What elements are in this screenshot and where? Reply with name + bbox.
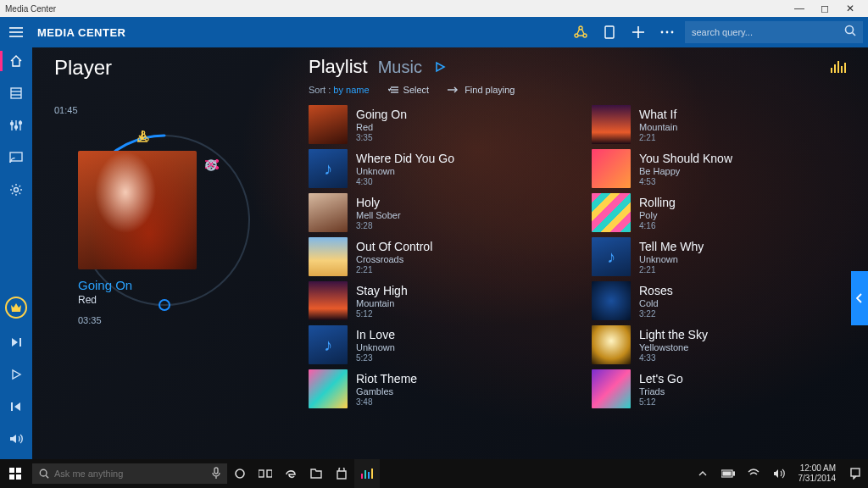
taskbar-time: 12:00 AM — [798, 463, 837, 474]
track-meta: HolyMell Sober3:28 — [356, 196, 401, 230]
sidebar-prev[interactable] — [0, 393, 32, 420]
track-artist: Mountain — [639, 122, 677, 132]
track-meta: Tell Me WhyUnknown2:21 — [639, 240, 704, 274]
player-pane: Player 01:45 as — [54, 56, 309, 454]
svg-rect-57 — [733, 472, 735, 475]
sidebar-play[interactable] — [0, 361, 32, 388]
notifications-icon[interactable] — [843, 459, 868, 488]
track-duration: 4:33 — [639, 353, 708, 363]
player-heading: Player — [54, 56, 309, 80]
track-row[interactable]: You Should KnowBe Happy4:53 — [592, 147, 851, 190]
window-minimize-button[interactable]: — — [787, 3, 812, 14]
track-title: Roses — [639, 284, 673, 297]
svg-rect-51 — [267, 470, 272, 477]
track-artist: Triads — [639, 386, 683, 396]
track-row[interactable]: HolyMell Sober3:28 — [309, 191, 568, 234]
app-brand: MEDIA CENTER — [37, 26, 125, 39]
now-playing-title: Going On — [78, 278, 132, 292]
track-row[interactable]: Riot ThemeGambles3:48 — [309, 368, 568, 410]
app-root: MEDIA CENTER — [0, 17, 868, 459]
svg-rect-34 — [834, 64, 836, 73]
select-button[interactable]: Select — [388, 85, 430, 95]
wifi-icon[interactable] — [741, 459, 766, 488]
sidebar-premium-badge[interactable] — [5, 297, 27, 319]
window-maximize-button[interactable]: ◻ — [812, 3, 837, 14]
add-icon[interactable] — [624, 17, 653, 47]
sidebar-equalizer[interactable] — [0, 112, 32, 139]
search-icon[interactable] — [844, 25, 856, 40]
battery-icon[interactable] — [715, 459, 741, 488]
cortana-icon[interactable] — [227, 459, 253, 488]
more-icon[interactable] — [653, 17, 682, 47]
track-artist: Mountain — [356, 298, 408, 308]
track-duration: 4:16 — [639, 221, 676, 230]
track-row[interactable]: Tell Me WhyUnknown2:21 — [592, 236, 851, 278]
svg-point-20 — [11, 123, 14, 125]
track-duration: 3:35 — [356, 133, 407, 142]
playlist-subheading: Music — [378, 58, 422, 77]
track-artist: Cold — [639, 298, 673, 308]
start-button[interactable] — [0, 459, 31, 488]
track-row[interactable]: RosesCold3:22 — [592, 280, 851, 322]
track-meta: You Should KnowBe Happy4:53 — [639, 152, 732, 186]
share-icon[interactable] — [566, 17, 595, 47]
sidebar-home[interactable] — [0, 47, 32, 75]
search-box[interactable] — [685, 21, 863, 43]
track-artist: Gambles — [356, 386, 417, 396]
track-title: Light the Sky — [639, 328, 708, 341]
svg-point-21 — [15, 126, 18, 129]
track-row[interactable]: RollingPoly4:16 — [592, 191, 851, 234]
track-row[interactable]: Light the SkyYellowstone4:33 — [592, 324, 851, 366]
track-row[interactable]: In LoveUnknown5:23 — [309, 324, 568, 366]
sidebar-volume[interactable] — [0, 425, 32, 452]
svg-point-11 — [671, 31, 674, 34]
edge-icon[interactable] — [278, 459, 303, 488]
track-thumb — [309, 325, 348, 364]
track-meta: In LoveUnknown5:23 — [356, 328, 395, 363]
playlist-header: Playlist Music — [309, 56, 851, 78]
svg-rect-52 — [361, 474, 363, 479]
track-row[interactable]: Going OnRed3:35 — [309, 103, 568, 146]
sort-value[interactable]: by name — [333, 85, 369, 95]
store-icon[interactable] — [329, 459, 354, 488]
track-title: Stay High — [356, 284, 408, 297]
track-row[interactable]: Where Did You GoUnknown4:30 — [309, 147, 568, 190]
svg-rect-44 — [9, 474, 14, 480]
mic-icon[interactable] — [212, 467, 220, 480]
track-row[interactable]: What IfMountain2:21 — [592, 103, 851, 146]
find-playing-button[interactable]: Find playing — [448, 85, 515, 95]
taskbar-clock[interactable]: 12:00 AM 7/31/2014 — [792, 463, 843, 484]
side-drawer-handle[interactable] — [851, 271, 868, 325]
svg-point-22 — [19, 122, 22, 125]
track-meta: Where Did You GoUnknown4:30 — [356, 152, 454, 186]
taskbar-search-input[interactable] — [54, 469, 207, 479]
track-thumb — [592, 237, 631, 276]
search-input[interactable] — [692, 27, 844, 37]
track-title: Out Of Control — [356, 240, 432, 253]
task-view-icon[interactable] — [253, 459, 278, 488]
track-duration: 3:28 — [356, 221, 401, 230]
track-row[interactable]: Let's GoTriads5:12 — [592, 368, 851, 410]
taskbar-search[interactable] — [32, 463, 227, 484]
now-playing-info: Going On Red — [78, 278, 132, 306]
device-icon[interactable] — [595, 17, 624, 47]
svg-rect-35 — [837, 61, 839, 73]
track-title: Going On — [356, 108, 407, 121]
sidebar-cast[interactable] — [0, 144, 32, 171]
play-all-icon[interactable] — [434, 61, 446, 76]
app-taskbar-icon[interactable] — [354, 459, 380, 488]
sidebar-next[interactable] — [0, 329, 32, 356]
tray-up-icon[interactable] — [690, 459, 715, 488]
track-row[interactable]: Stay HighMountain5:12 — [309, 280, 568, 322]
explorer-icon[interactable] — [303, 459, 329, 488]
sidebar-settings[interactable] — [0, 176, 32, 203]
sidebar-library[interactable] — [0, 80, 32, 107]
album-art[interactable] — [78, 151, 197, 269]
track-row[interactable]: Out Of ControlCrossroads2:21 — [309, 236, 568, 278]
hamburger-button[interactable] — [0, 17, 32, 47]
playlist-col-right: What IfMountain2:21You Should KnowBe Hap… — [592, 103, 851, 410]
window-close-button[interactable]: ✕ — [837, 3, 863, 14]
track-artist: Unknown — [356, 166, 454, 176]
tray-volume-icon[interactable] — [766, 459, 792, 488]
visualizer-icon[interactable] — [831, 61, 851, 76]
